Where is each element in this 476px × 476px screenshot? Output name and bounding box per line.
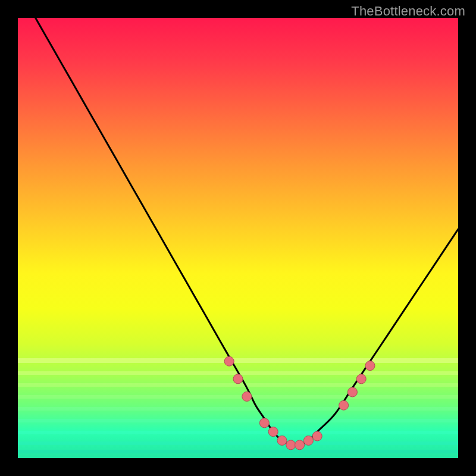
marker-point [303,436,313,445]
marker-point [312,431,322,441]
outer-frame: TheBottleneck.com [0,0,476,476]
marker-point [268,427,278,437]
plot-area [18,18,458,458]
watermark-text: TheBottleneck.com [351,4,465,19]
marker-point [277,436,287,445]
marker-group [224,356,375,450]
bottleneck-curve-path [36,18,458,446]
marker-point [295,440,305,450]
marker-point [347,387,357,397]
marker-point [286,440,296,450]
marker-point [242,392,252,401]
marker-point [259,418,269,428]
marker-point [339,400,349,410]
marker-point [365,361,375,371]
marker-point [233,374,243,384]
marker-point [356,374,366,384]
marker-point [224,356,234,366]
chart-svg [18,18,458,458]
